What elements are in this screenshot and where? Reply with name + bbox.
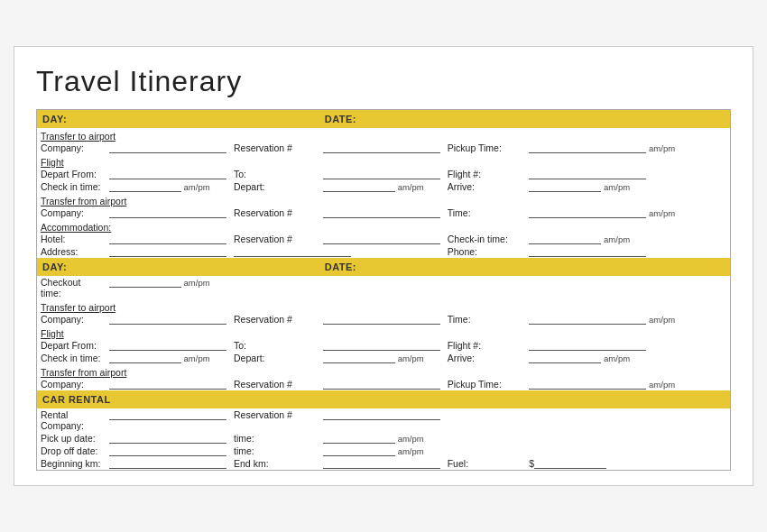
- day1-flight-num-field[interactable]: [525, 168, 730, 180]
- rental-company-label: Rental Company:: [37, 408, 106, 432]
- fuel-label: Fuel:: [444, 457, 525, 471]
- day1-pickup-field[interactable]: am/pm: [525, 142, 730, 154]
- day1-arrive-field[interactable]: am/pm: [525, 180, 730, 193]
- dropoff-time-field[interactable]: am/pm: [319, 445, 444, 457]
- day2-time-field[interactable]: am/pm: [525, 313, 730, 326]
- day2-reservation2-field[interactable]: [319, 378, 444, 390]
- car-rental-row4: Beginning km: End km: Fuel: $: [37, 457, 731, 471]
- day1-address-field[interactable]: [106, 245, 230, 258]
- dropoff-time-ampm: am/pm: [398, 446, 424, 456]
- beginning-km-label: Beginning km:: [37, 457, 106, 471]
- day1-date-label: DATE:: [319, 110, 731, 129]
- day2-header-row: DAY: DATE:: [37, 258, 731, 276]
- day1-time-ampm: am/pm: [649, 208, 675, 218]
- day2-time-ampm: am/pm: [649, 315, 675, 325]
- day1-reservation2-label: Reservation #: [230, 206, 319, 219]
- day1-company2-field[interactable]: [106, 206, 230, 219]
- pickup-time-field[interactable]: am/pm: [319, 432, 444, 445]
- day2-to-label: To:: [230, 339, 319, 352]
- day1-reservation1-label: Reservation #: [230, 142, 319, 154]
- fuel-field[interactable]: $: [525, 457, 730, 471]
- day1-depart-from-field[interactable]: [106, 168, 230, 180]
- day2-pickup-field[interactable]: am/pm: [525, 378, 730, 390]
- day2-company2-label: Company:: [37, 378, 106, 390]
- day1-flight-num-label: Flight #:: [444, 168, 525, 180]
- day2-company2-field[interactable]: [106, 378, 230, 390]
- day2-flight-row1: Depart From: To: Flight #:: [37, 339, 731, 352]
- day2-company-label: Company:: [37, 313, 106, 326]
- day1-transfer-from-airport-label: Transfer from airport: [41, 196, 126, 206]
- day1-checkin-time-field[interactable]: am/pm: [525, 233, 730, 245]
- day1-hotel-label: Hotel:: [37, 233, 106, 245]
- page-title: Travel Itinerary: [36, 65, 731, 98]
- day1-reservation1-field[interactable]: [319, 142, 444, 154]
- pickup-date-label: Pick up date:: [37, 432, 106, 445]
- day1-to-label: To:: [230, 168, 319, 180]
- day1-reservation3-label: Reservation #: [230, 233, 319, 245]
- day2-depart-from-label: Depart From:: [37, 339, 106, 352]
- day2-pickup-ampm: am/pm: [649, 380, 675, 390]
- day1-checkin-field[interactable]: am/pm: [106, 180, 230, 193]
- car-rental-row2: Pick up date: time: am/pm: [37, 432, 731, 445]
- day1-depart-label: Depart:: [230, 180, 319, 193]
- car-rental-row1: Rental Company: Reservation #: [37, 408, 731, 432]
- day1-checkin-ampm: am/pm: [184, 182, 210, 192]
- day1-time-field[interactable]: am/pm: [525, 206, 730, 219]
- car-rental-row3: Drop off date: time: am/pm: [37, 445, 731, 457]
- day1-phone-field[interactable]: [525, 245, 730, 258]
- day1-flight-label: Flight: [41, 157, 64, 168]
- day2-checkout-field[interactable]: am/pm: [106, 276, 230, 299]
- day2-checkout-row: Checkout time: am/pm: [37, 276, 731, 299]
- day2-to-field[interactable]: [319, 339, 444, 352]
- day2-flight-num-field[interactable]: [525, 339, 730, 352]
- day1-accommodation-label-row: Accommodation:: [37, 219, 731, 233]
- day2-checkin-field[interactable]: am/pm: [106, 352, 230, 364]
- day1-transfer-from-airport-data-row: Company: Reservation # Time: am/pm: [37, 206, 731, 219]
- pickup-date-field[interactable]: [106, 432, 230, 445]
- day1-phone-label: Phone:: [444, 245, 525, 258]
- day1-hotel-field[interactable]: [106, 233, 230, 245]
- day1-reservation3-field[interactable]: [319, 233, 444, 245]
- day1-company-label: Company:: [37, 142, 106, 154]
- day1-transfer-to-airport-label-row: Transfer to airport: [37, 128, 731, 142]
- day2-arrive-label: Arrive:: [444, 352, 525, 364]
- day1-reservation2-field[interactable]: [319, 206, 444, 219]
- day1-checkin-time-label: Check-in time:: [444, 233, 525, 245]
- dropoff-date-field[interactable]: [106, 445, 230, 457]
- day2-reservation1-field[interactable]: [319, 313, 444, 326]
- day1-depart-ampm: am/pm: [398, 182, 424, 192]
- day2-depart-field[interactable]: am/pm: [319, 352, 444, 364]
- day1-transfer-to-airport-label: Transfer to airport: [41, 131, 116, 142]
- day2-transfer-to-airport-label-row: Transfer to airport: [37, 299, 731, 313]
- day2-depart-from-field[interactable]: [106, 339, 230, 352]
- day1-checkin-label: Check in time:: [37, 180, 106, 193]
- day2-pickup-label: Pickup Time:: [444, 378, 525, 390]
- day2-checkin-label: Check in time:: [37, 352, 106, 364]
- day2-checkout-label: Checkout time:: [37, 276, 106, 299]
- day1-time-label: Time:: [444, 206, 525, 219]
- car-reservation-label: Reservation #: [230, 408, 319, 432]
- day1-company-field[interactable]: [106, 142, 230, 154]
- day1-depart-field[interactable]: am/pm: [319, 180, 444, 193]
- rental-company-field[interactable]: [106, 408, 230, 432]
- day1-arrive-label: Arrive:: [444, 180, 525, 193]
- day1-transfer-to-airport-data-row: Company: Reservation # Pickup Time: am/p…: [37, 142, 731, 154]
- day1-depart-from-label: Depart From:: [37, 168, 106, 180]
- car-rental-header-row: CAR RENTAL: [37, 390, 731, 408]
- day2-flight-num-label: Flight #:: [444, 339, 525, 352]
- day1-flight-row2: Check in time: am/pm Depart: am/pm Arriv…: [37, 180, 731, 193]
- car-reservation-field[interactable]: [319, 408, 731, 432]
- end-km-field[interactable]: [319, 457, 444, 471]
- day1-header-row: DAY: DATE:: [37, 110, 731, 129]
- beginning-km-field[interactable]: [106, 457, 230, 471]
- day2-flight-label-row: Flight: [37, 326, 731, 339]
- day2-arrive-field[interactable]: am/pm: [525, 352, 730, 364]
- day1-address-field2[interactable]: [230, 245, 444, 258]
- day2-checkout-ampm: am/pm: [184, 278, 210, 288]
- day1-to-field[interactable]: [319, 168, 444, 180]
- day2-company-field[interactable]: [106, 313, 230, 326]
- car-rental-label: CAR RENTAL: [37, 390, 731, 408]
- day2-reservation2-label: Reservation #: [230, 378, 319, 390]
- day2-transfer-to-airport-label: Transfer to airport: [41, 302, 116, 313]
- day2-flight-row2: Check in time: am/pm Depart: am/pm Arriv…: [37, 352, 731, 364]
